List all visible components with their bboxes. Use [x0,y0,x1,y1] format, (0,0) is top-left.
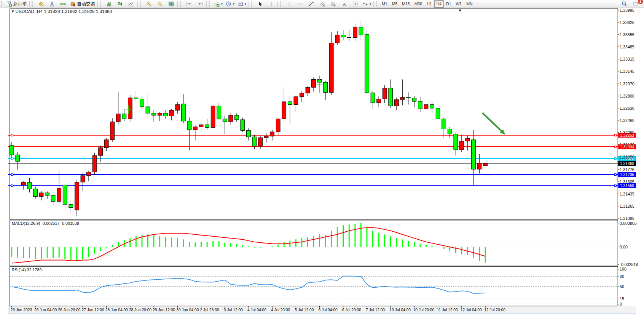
svg-text:7 Jul 12:00: 7 Jul 12:00 [366,308,385,312]
crosshair-icon [268,1,274,7]
timeframe-m30-button[interactable]: M30 [412,0,424,8]
toolbar-grip[interactable] [376,1,378,6]
toolbar-separator [137,1,138,7]
svg-text:6 Jul 20:00: 6 Jul 20:00 [342,308,361,312]
toolbar-grip[interactable] [251,1,253,6]
toolbar-separator [97,1,98,7]
search-button[interactable] [619,0,630,8]
indicators-button[interactable]: ▾ [212,0,224,8]
svg-text:1.31860: 1.31860 [620,162,634,166]
chat-button[interactable]: 1 [630,0,641,8]
toolbar-grip[interactable] [140,1,142,6]
periods-icon [226,1,231,7]
svg-text:1.32120: 1.32120 [620,143,634,147]
fibonacci-button[interactable]: F [328,0,339,8]
horizontal-line-icon [297,1,303,7]
svg-text:30 Jun 04:00: 30 Jun 04:00 [176,308,199,312]
notification-badge: 1 [638,0,643,5]
chart-shift-button[interactable] [183,0,194,8]
chart-shift-icon [186,1,192,7]
tile-windows-button[interactable] [166,0,177,8]
toolbar-grip[interactable] [280,1,282,6]
svg-text:1.33315: 1.33315 [620,57,634,61]
svg-text:27 Jun 12:00: 27 Jun 12:00 [81,308,104,312]
timeframe-m1-button[interactable]: M1 [379,0,390,8]
svg-text:28 Jun 04:00: 28 Jun 04:00 [105,308,128,312]
candle-chart-button[interactable] [115,0,126,8]
new-order-icon [6,1,12,7]
svg-text:4 Jul 04:00: 4 Jul 04:00 [247,308,266,312]
toolbar-grip[interactable] [209,1,211,6]
svg-text:1.32290: 1.32290 [620,130,634,135]
dropdown-arrow-icon[interactable]: ▾ [245,2,246,6]
toolbar-separator [277,1,278,7]
new-order-button[interactable]: 新订单 [5,0,29,8]
zoom-in-button[interactable] [143,0,155,8]
svg-text:4 Jul 20:00: 4 Jul 20:00 [271,308,290,312]
cursor-icon [257,1,263,7]
line-chart-button[interactable] [126,0,137,8]
arrows-button[interactable]: ▾ [361,0,373,8]
fibonacci-icon: F [330,1,336,7]
timeframe-mn-button[interactable]: MN [464,0,475,8]
vertical-line-icon [286,1,292,7]
zoom-in-icon [146,1,152,7]
auto-trading-button[interactable]: 自动交易 [69,0,97,8]
toolbar-right-group: 1 [619,0,641,8]
signal-button[interactable] [57,0,69,8]
toolbar-grip[interactable] [32,1,34,6]
svg-text:26 Jun 04:00: 26 Jun 04:00 [34,308,57,312]
timeframe-m5-button[interactable]: M5 [390,0,400,8]
svg-text:E: E [323,4,325,6]
zoom-out-button[interactable] [155,0,166,8]
svg-text:15: 15 [620,296,624,301]
chart-window[interactable]: 1.32253 1.32093 1.31928 1.31860 1.31705 … [0,8,644,322]
toolbar-separator [249,1,249,7]
svg-text:11 Jul 12:00: 11 Jul 12:00 [437,308,458,312]
zoom-out-icon [157,1,163,7]
timeframe-h4-button[interactable]: H4 [434,0,444,8]
signal-icon [60,1,66,7]
crosshair-button[interactable] [266,0,277,8]
text-button[interactable]: A [339,0,350,8]
auto-scroll-button[interactable] [194,0,206,8]
periods-button[interactable]: ▾ [224,0,236,8]
svg-text:1.32460: 1.32460 [620,118,634,123]
trendline-button[interactable] [306,0,317,8]
timeframe-w1-button[interactable]: W1 [453,0,464,8]
svg-text:100: 100 [620,267,626,271]
templates-button[interactable]: ▾ [236,0,248,8]
svg-text:1.31550: 1.31550 [620,184,634,188]
profile-button[interactable] [46,0,57,8]
bar-chart-button[interactable] [104,0,115,8]
timeframe-d1-button[interactable]: D1 [444,0,453,8]
channel-button[interactable]: E [317,0,328,8]
svg-text:1.33995: 1.33995 [620,8,634,13]
dropdown-arrow-icon[interactable]: ▾ [370,2,371,6]
svg-text:T: T [354,2,357,6]
toolbar-grip[interactable] [180,1,182,6]
paint-bucket-button[interactable] [35,0,46,8]
svg-text:1.32630: 1.32630 [620,106,634,111]
text-icon: A [341,1,347,7]
svg-text:▼: ▼ [11,9,15,13]
chart-background [8,8,636,314]
chart-canvas[interactable]: 1.32253 1.32093 1.31928 1.31860 1.31705 … [0,8,644,322]
text-label-button[interactable]: T [350,0,361,8]
candle-chart-icon [117,1,123,7]
timeframe-h1-button[interactable]: H1 [424,0,434,8]
dropdown-arrow-icon[interactable]: ▾ [233,2,234,6]
channel-icon: E [319,1,325,7]
auto-scroll-icon [197,1,203,7]
toolbar-grip[interactable] [1,1,4,6]
cursor-button[interactable] [255,0,266,8]
dropdown-arrow-icon[interactable]: ▾ [221,2,223,6]
horizontal-line-button[interactable] [295,0,306,8]
timeframe-m15-button[interactable]: M15 [400,0,412,8]
vertical-line-button[interactable] [284,0,295,8]
button-label: 新订单 [13,1,27,7]
svg-text:2 Jul 23:00: 2 Jul 23:00 [200,308,219,312]
auto-trading-icon [70,1,76,7]
toolbar-grip[interactable] [100,1,102,6]
bar-chart-icon [106,1,112,7]
